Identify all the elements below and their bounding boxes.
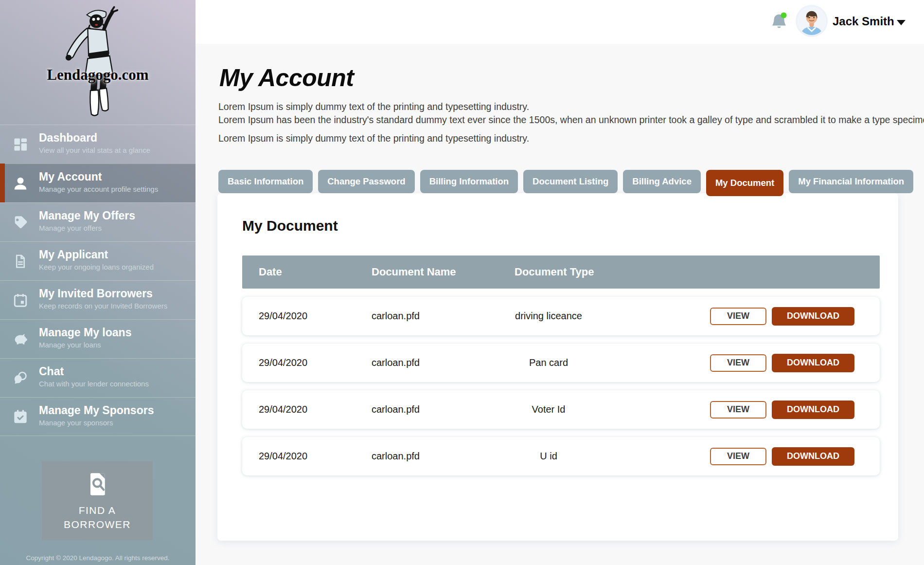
sidebar-item-my-applicant[interactable]: My Applicant Keep your ongoing loans org…	[0, 241, 195, 280]
notification-bell-icon[interactable]	[770, 11, 789, 32]
table-header: Date Document Name Document Type	[242, 255, 880, 289]
chevron-down-icon[interactable]	[897, 20, 906, 30]
tab-bar: Basic Information Change Password Billin…	[218, 170, 924, 193]
sidebar-item-chat[interactable]: Chat Chat with your lender connections	[0, 358, 195, 397]
cell-document-type: U id	[515, 451, 583, 462]
row-actions: VIEW DOWNLOAD	[710, 401, 880, 419]
find-borrower-label: FIND A BORROWER	[53, 503, 141, 532]
table-row: 29/04/2020 carloan.pfd Voter Id VIEW DOW…	[242, 390, 880, 429]
tag-icon	[13, 215, 28, 230]
view-button[interactable]: VIEW	[710, 401, 766, 419]
cell-document-type: driving liceance	[515, 310, 583, 322]
tab-my-document[interactable]: My Document	[706, 170, 783, 196]
sidebar-item-dashboard[interactable]: Dashboard View all your vital stats at a…	[0, 125, 195, 164]
section-title: My Document	[242, 218, 880, 234]
user-name[interactable]: Jack Smith	[833, 15, 894, 28]
table-row: 29/04/2020 carloan.pfd Pan card VIEW DOW…	[242, 344, 880, 382]
sidebar-item-my-account[interactable]: My Account Manage your account profile s…	[0, 164, 195, 202]
chat-icon	[13, 370, 28, 386]
my-document-panel: My Document Date Document Name Document …	[217, 193, 898, 541]
cell-document-type: Pan card	[515, 357, 583, 368]
col-header-date: Date	[259, 266, 372, 278]
topbar: Jack Smith	[195, 0, 924, 44]
intro-paragraph-1: Lorem Ipsum is simply dummy text of the …	[218, 100, 924, 113]
cell-date: 29/04/2020	[259, 310, 372, 322]
calendar-icon	[13, 292, 28, 308]
cell-document-name: carloan.pfd	[372, 404, 515, 415]
row-actions: VIEW DOWNLOAD	[710, 307, 880, 326]
cell-date: 29/04/2020	[259, 404, 372, 415]
download-button[interactable]: DOWNLOAD	[772, 354, 854, 372]
sidebar-item-manage-my-sponsors[interactable]: Manage My Sponsors Manage your sponsors	[0, 397, 195, 436]
table-row: 29/04/2020 carloan.pfd driving liceance …	[242, 297, 880, 335]
document-icon	[13, 254, 28, 269]
cell-document-name: carloan.pfd	[372, 310, 515, 322]
cell-document-name: carloan.pfd	[372, 451, 515, 462]
tab-billing-advice[interactable]: Billing Advice	[623, 170, 701, 193]
main-area: Jack Smith My Account Lorem Ipsum is sim…	[195, 0, 924, 565]
row-actions: VIEW DOWNLOAD	[710, 447, 880, 466]
piggy-bank-icon	[13, 331, 28, 347]
col-header-document-name: Document Name	[372, 266, 515, 278]
tab-basic-information[interactable]: Basic Information	[218, 170, 313, 193]
table-row: 29/04/2020 carloan.pfd U id VIEW DOWNLOA…	[242, 437, 880, 475]
find-a-borrower-button[interactable]: FIND A BORROWER	[42, 461, 153, 540]
download-button[interactable]: DOWNLOAD	[772, 307, 854, 326]
sidebar-item-manage-my-loans[interactable]: Manage My loans Manage your loans	[0, 319, 195, 358]
dashboard-icon	[13, 137, 28, 152]
view-button[interactable]: VIEW	[710, 448, 766, 465]
cell-date: 29/04/2020	[259, 451, 372, 462]
tab-change-password[interactable]: Change Password	[318, 170, 414, 193]
download-button[interactable]: DOWNLOAD	[772, 401, 854, 419]
sidebar-item-manage-my-offers[interactable]: Manage My Offers Manage your offers	[0, 202, 195, 241]
view-button[interactable]: VIEW	[710, 354, 766, 372]
brand-logo: Lendagogo.com	[0, 0, 195, 123]
calendar-check-icon	[13, 409, 28, 424]
find-borrower-icon	[84, 470, 111, 498]
cell-date: 29/04/2020	[259, 357, 372, 368]
tab-billing-information[interactable]: Billing Information	[420, 170, 518, 193]
intro-paragraph-3: Lorem Ipsum is simply dummy text of the …	[218, 132, 924, 145]
page-content: My Account Lorem Ipsum is simply dummy t…	[195, 64, 924, 541]
document-rows: 29/04/2020 carloan.pfd driving liceance …	[242, 297, 880, 475]
view-button[interactable]: VIEW	[710, 308, 766, 325]
download-button[interactable]: DOWNLOAD	[772, 447, 854, 466]
col-header-document-type: Document Type	[515, 266, 680, 278]
sidebar-item-my-invited-borrowers[interactable]: My Invited Borrowers Keep records on you…	[0, 280, 195, 319]
sidebar-menu: Dashboard View all your vital stats at a…	[0, 125, 195, 436]
row-actions: VIEW DOWNLOAD	[710, 354, 880, 372]
copyright-text: Copyright © 2020 Lendagogo. All rights r…	[0, 554, 195, 562]
sidebar: Lendagogo.com Dashboard View all your vi…	[0, 0, 195, 565]
cell-document-type: Voter Id	[515, 404, 583, 415]
logo-wordmark: Lendagogo.com	[47, 66, 148, 84]
tab-my-financial-information[interactable]: My Financial Information	[789, 170, 913, 193]
page-title: My Account	[219, 64, 924, 91]
intro-paragraph-2: Lorem Ipsum has been the industry's stan…	[218, 113, 924, 127]
tab-document-listing[interactable]: Document Listing	[523, 170, 618, 193]
cell-document-name: carloan.pfd	[372, 357, 515, 368]
user-icon	[13, 176, 28, 191]
logo-figure-illustration	[43, 2, 153, 121]
avatar[interactable]	[798, 7, 826, 35]
